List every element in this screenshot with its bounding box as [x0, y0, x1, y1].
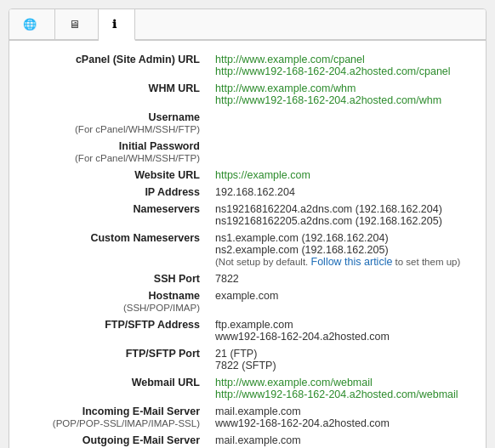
table-row: Outgoing E-Mail Server(SMTP/SMTP-SSL)mai…: [23, 432, 472, 448]
row-label: Website URL: [23, 167, 210, 184]
green-link[interactable]: http://www192-168-162-204.a2hosted.com/w…: [215, 388, 458, 400]
plain-value: mail.example.com: [215, 405, 301, 417]
main-container: 🌐 🖥 ℹ cPanel (Site Admin) URLhttp://www.…: [9, 9, 486, 448]
note-text: (Not setup by default.: [215, 257, 311, 267]
table-row: Username(For cPanel/WHM/SSH/FTP): [23, 109, 472, 138]
tab-customize-hosting[interactable]: 🖥: [55, 9, 99, 39]
row-label: Incoming E-Mail Server(POP/POP-SSL/IMAP/…: [23, 403, 210, 432]
green-link[interactable]: http://www.example.com/webmail: [215, 377, 373, 388]
table-row: Incoming E-Mail Server(POP/POP-SSL/IMAP/…: [23, 403, 472, 432]
row-label: FTP/SFTP Address: [23, 316, 210, 345]
table-row: Webmail URLhttp://www.example.com/webmai…: [23, 374, 472, 403]
row-label: Username(For cPanel/WHM/SSH/FTP): [23, 109, 210, 138]
tab-server-information[interactable]: 🌐: [9, 9, 55, 39]
row-label: IP Address: [23, 184, 210, 201]
row-value: http://www.example.com/cpanelhttp://www1…: [210, 51, 472, 80]
row-label: Webmail URL: [23, 374, 210, 403]
follow-article-link[interactable]: Follow this article: [311, 256, 393, 268]
row-value: 192.168.162.204: [210, 184, 472, 201]
note-after-text: to set them up): [392, 257, 460, 267]
plain-value: 21 (FTP): [215, 348, 257, 360]
row-label: FTP/SFTP Port: [23, 345, 210, 374]
table-row: Initial Password(For cPanel/WHM/SSH/FTP): [23, 138, 472, 167]
row-value: mail.example.comwww192-168-162-204.a2hos…: [210, 432, 472, 448]
row-label: cPanel (Site Admin) URL: [23, 51, 210, 80]
green-link[interactable]: http://www.example.com/whm: [215, 82, 356, 94]
row-value: http://www.example.com/whmhttp://www192-…: [210, 80, 472, 109]
row-value: ns192168162204.a2dns.com (192.168.162.20…: [210, 201, 472, 230]
plain-value: ns192168162205.a2dns.com (192.168.162.20…: [215, 215, 442, 227]
table-row: FTP/SFTP Addressftp.example.comwww192-16…: [23, 316, 472, 345]
table-row: FTP/SFTP Port21 (FTP)7822 (SFTP): [23, 345, 472, 374]
row-value: https://example.com: [210, 167, 472, 184]
content-area: cPanel (Site Admin) URLhttp://www.exampl…: [9, 41, 486, 448]
info-icon: ℹ: [112, 18, 117, 31]
row-value: 21 (FTP)7822 (SFTP): [210, 345, 472, 374]
row-label: Nameservers: [23, 201, 210, 230]
plain-value: example.com: [215, 290, 278, 302]
row-label: Outgoing E-Mail Server(SMTP/SMTP-SSL): [23, 432, 210, 448]
plain-value: www192-168-162-204.a2hosted.com: [215, 331, 390, 343]
table-row: Custom Nameserversns1.example.com (192.1…: [23, 230, 472, 270]
table-row: IP Address192.168.162.204: [23, 184, 472, 201]
plain-value: ns2.example.com (192.168.162.205): [215, 244, 389, 256]
plain-value: 7822: [215, 273, 239, 285]
green-link[interactable]: http://www.example.com/cpanel: [215, 54, 365, 65]
info-table: cPanel (Site Admin) URLhttp://www.exampl…: [23, 51, 472, 448]
table-row: Website URLhttps://example.com: [23, 167, 472, 184]
row-value: [210, 138, 472, 167]
plain-value: ns192168162204.a2dns.com (192.168.162.20…: [215, 203, 442, 215]
table-row: cPanel (Site Admin) URLhttp://www.exampl…: [23, 51, 472, 80]
plain-value: mail.example.com: [215, 434, 301, 446]
tab-bar: 🌐 🖥 ℹ: [9, 9, 486, 41]
row-label: Initial Password(For cPanel/WHM/SSH/FTP): [23, 138, 210, 167]
row-value: [210, 109, 472, 138]
table-row: WHM URLhttp://www.example.com/whmhttp://…: [23, 80, 472, 109]
plain-value: ns1.example.com (192.168.162.204): [215, 232, 389, 244]
plain-value: 7822 (SFTP): [215, 360, 276, 371]
table-row: Hostname(SSH/POP/IMAP)example.com: [23, 287, 472, 316]
row-value: 7822: [210, 270, 472, 287]
row-label: SSH Port: [23, 270, 210, 287]
plain-value: ftp.example.com: [215, 319, 293, 331]
row-label: WHM URL: [23, 80, 210, 109]
row-value: mail.example.comwww192-168-162-204.a2hos…: [210, 403, 472, 432]
table-row: SSH Port7822: [23, 270, 472, 287]
green-link[interactable]: https://example.com: [215, 169, 310, 181]
globe-icon: 🌐: [23, 18, 37, 31]
row-label: Custom Nameservers: [23, 230, 210, 270]
tab-additional-information[interactable]: ℹ: [99, 9, 135, 41]
green-link[interactable]: http://www192-168-162-204.a2hosted.com/w…: [215, 94, 441, 106]
monitor-icon: 🖥: [69, 18, 80, 31]
row-value: http://www.example.com/webmailhttp://www…: [210, 374, 472, 403]
row-value: ftp.example.comwww192-168-162-204.a2host…: [210, 316, 472, 345]
row-value: ns1.example.com (192.168.162.204)ns2.exa…: [210, 230, 472, 270]
table-row: Nameserversns192168162204.a2dns.com (192…: [23, 201, 472, 230]
plain-value: 192.168.162.204: [215, 186, 295, 198]
row-value: example.com: [210, 287, 472, 316]
row-label: Hostname(SSH/POP/IMAP): [23, 287, 210, 316]
plain-value: www192-168-162-204.a2hosted.com: [215, 417, 390, 429]
green-link[interactable]: http://www192-168-162-204.a2hosted.com/c…: [215, 65, 451, 77]
